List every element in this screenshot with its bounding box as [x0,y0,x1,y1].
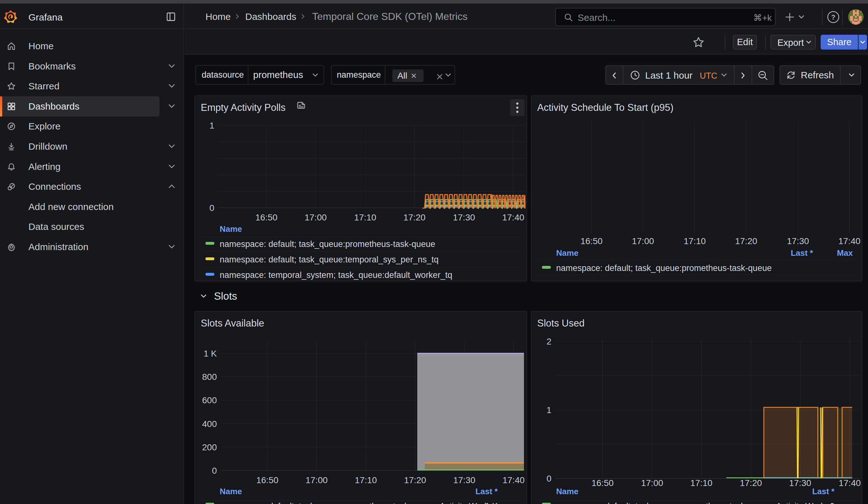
svg-text:800: 800 [202,372,217,382]
svg-text:400: 400 [202,419,217,429]
svg-text:17:30: 17:30 [787,236,809,246]
svg-text:17:10: 17:10 [684,236,706,246]
svg-text:17:10: 17:10 [354,213,376,222]
svg-text:0: 0 [209,203,214,213]
svg-text:16:50: 16:50 [591,478,613,488]
svg-text:2: 2 [546,337,551,347]
svg-text:17:30: 17:30 [453,475,475,485]
svg-text:0: 0 [212,466,217,475]
svg-text:0: 0 [546,474,551,483]
svg-text:17:20: 17:20 [404,475,426,485]
svg-text:16:50: 16:50 [256,475,278,485]
svg-text:17:10: 17:10 [355,475,377,485]
svg-text:?: ? [831,13,835,21]
svg-text:17:40: 17:40 [839,478,861,488]
svg-text:1: 1 [546,405,551,415]
svg-text:17:10: 17:10 [690,478,712,488]
svg-text:17:00: 17:00 [632,236,654,246]
svg-text:17:00: 17:00 [304,213,327,222]
svg-text:17:40: 17:40 [503,475,525,485]
svg-text:17:00: 17:00 [306,475,328,485]
svg-text:16:50: 16:50 [255,213,277,222]
svg-text:16:50: 16:50 [580,236,602,246]
svg-text:17:00: 17:00 [641,478,663,488]
svg-text:17:40: 17:40 [838,236,860,246]
svg-text:17:40: 17:40 [502,213,524,222]
svg-text:17:20: 17:20 [403,213,425,222]
svg-text:17:20: 17:20 [740,478,762,488]
svg-text:17:20: 17:20 [735,236,757,246]
svg-text:200: 200 [202,442,217,452]
svg-text:600: 600 [202,395,217,405]
svg-text:1: 1 [209,121,214,131]
svg-text:17:30: 17:30 [453,213,475,222]
svg-text:1 K: 1 K [204,349,217,358]
